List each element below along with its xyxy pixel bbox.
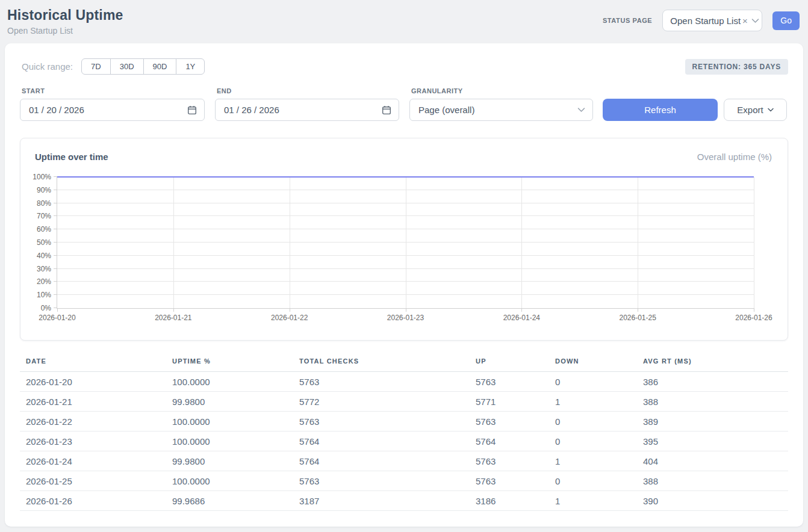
x-tick <box>638 308 638 312</box>
table-cell: 0 <box>555 372 643 392</box>
column-header: DOWN <box>555 355 643 372</box>
y-tick-label: 100% <box>33 173 51 181</box>
status-page-select[interactable]: Open Startup List × <box>662 10 762 31</box>
table-cell: 2026-01-20 <box>20 372 172 392</box>
table-cell: 395 <box>643 431 788 451</box>
retention-badge: RETENTION: 365 DAYS <box>685 59 788 75</box>
table-cell: 2026-01-21 <box>20 392 172 412</box>
table-cell: 2026-01-25 <box>20 471 172 491</box>
clear-icon[interactable]: × <box>742 16 748 26</box>
table-cell: 1 <box>555 451 643 471</box>
y-tick-label: 60% <box>37 225 51 234</box>
table-cell: 388 <box>643 471 788 491</box>
y-tick-label: 0% <box>41 304 51 312</box>
chart-title: Uptime over time <box>35 152 108 162</box>
table-cell: 5763 <box>476 412 555 431</box>
chevron-down-icon <box>751 18 759 23</box>
x-tick-label: 2026-01-24 <box>503 314 540 322</box>
table-cell: 5764 <box>299 431 476 451</box>
table-cell: 99.9800 <box>172 392 299 412</box>
table-cell: 100.0000 <box>172 412 299 431</box>
page-subtitle: Open Startup List <box>7 26 123 36</box>
y-tick-label: 10% <box>37 291 51 299</box>
export-button-label: Export <box>737 105 763 115</box>
granularity-label: GRANULARITY <box>409 87 593 94</box>
table-cell: 100.0000 <box>172 471 299 491</box>
table-cell: 2026-01-26 <box>20 491 172 511</box>
table-row: 2026-01-22100.0000576357630389 <box>20 412 788 431</box>
table-cell: 5763 <box>476 372 555 392</box>
table-cell: 100.0000 <box>172 372 299 392</box>
quick-range-group: 7D30D90D1Y <box>81 58 205 75</box>
y-tick-label: 80% <box>37 199 51 208</box>
column-header: UPTIME % <box>172 355 299 372</box>
granularity-select[interactable]: Page (overall) <box>409 99 593 121</box>
table-row: 2026-01-23100.0000576457640395 <box>20 431 788 451</box>
y-tick-label: 70% <box>37 212 51 220</box>
column-header: UP <box>476 355 555 372</box>
x-tick <box>754 308 754 312</box>
status-page-label: STATUS PAGE <box>603 17 652 24</box>
start-date-field <box>20 99 205 121</box>
table-cell: 0 <box>555 412 643 431</box>
quick-range-30d[interactable]: 30D <box>110 58 144 75</box>
x-tick <box>521 308 522 312</box>
quick-range-90d[interactable]: 90D <box>143 58 177 75</box>
end-date-input[interactable] <box>224 105 382 115</box>
chevron-down-icon <box>577 107 585 113</box>
page-header: Historical Uptime Open Startup List STAT… <box>0 0 808 43</box>
table-cell: 1 <box>555 491 643 511</box>
quick-range-label: Quick range: <box>22 61 73 72</box>
column-header: TOTAL CHECKS <box>299 355 476 372</box>
start-label: START <box>20 87 205 94</box>
start-date-input[interactable] <box>29 105 187 115</box>
x-tick <box>57 308 58 312</box>
refresh-button[interactable]: Refresh <box>603 99 718 121</box>
x-tick-label: 2026-01-25 <box>619 314 656 322</box>
table-cell: 100.0000 <box>172 431 299 451</box>
x-tick-label: 2026-01-26 <box>735 314 772 322</box>
go-button[interactable]: Go <box>772 11 800 30</box>
export-button[interactable]: Export <box>724 99 787 121</box>
y-tick-label: 50% <box>37 238 51 247</box>
table-cell: 1 <box>555 392 643 412</box>
chevron-down-icon <box>768 108 774 112</box>
table-row: 2026-01-20100.0000576357630386 <box>20 372 788 392</box>
calendar-icon[interactable] <box>187 105 197 115</box>
quick-range-row: Quick range: 7D30D90D1Y RETENTION: 365 D… <box>20 58 788 75</box>
end-date-field <box>215 99 399 121</box>
table-cell: 5763 <box>299 412 476 431</box>
gridline <box>754 177 754 308</box>
quick-range-7d[interactable]: 7D <box>81 58 111 75</box>
status-page-row: STATUS PAGE Open Startup List × Go <box>603 10 800 31</box>
page-title: Historical Uptime <box>7 7 123 23</box>
table-cell: 3186 <box>476 491 555 511</box>
table-row: 2026-01-2499.9800576457631404 <box>20 451 788 471</box>
table-cell: 388 <box>643 392 788 412</box>
table-cell: 389 <box>643 412 788 431</box>
table-cell: 2026-01-23 <box>20 431 172 451</box>
table-cell: 0 <box>555 471 643 491</box>
table-cell: 5771 <box>476 392 555 412</box>
y-tick-label: 90% <box>37 186 51 194</box>
table-cell: 5763 <box>476 471 555 491</box>
end-label: END <box>215 87 399 94</box>
calendar-icon[interactable] <box>382 105 391 115</box>
table-cell: 5764 <box>476 431 555 451</box>
table-cell: 0 <box>555 431 643 451</box>
x-tick-label: 2026-01-20 <box>39 314 75 322</box>
main-panel: Quick range: 7D30D90D1Y RETENTION: 365 D… <box>5 43 803 527</box>
x-tick-label: 2026-01-23 <box>387 314 424 322</box>
table-cell: 5772 <box>299 392 476 412</box>
table-cell: 99.9686 <box>172 491 299 511</box>
chart-legend: Overall uptime (%) <box>697 152 772 162</box>
uptime-table: DATEUPTIME %TOTAL CHECKSUPDOWNAVG RT (MS… <box>20 355 788 511</box>
quick-range-1y[interactable]: 1Y <box>176 58 205 75</box>
table-cell: 390 <box>643 491 788 511</box>
granularity-selected-value: Page (overall) <box>418 105 474 115</box>
table-cell: 99.9800 <box>172 451 299 471</box>
table-cell: 5763 <box>476 451 555 471</box>
x-tick-label: 2026-01-21 <box>155 314 191 322</box>
column-header: AVG RT (MS) <box>643 355 788 372</box>
uptime-plot: 0%10%20%30%40%50%60%70%80%90%100%2026-01… <box>57 177 754 309</box>
